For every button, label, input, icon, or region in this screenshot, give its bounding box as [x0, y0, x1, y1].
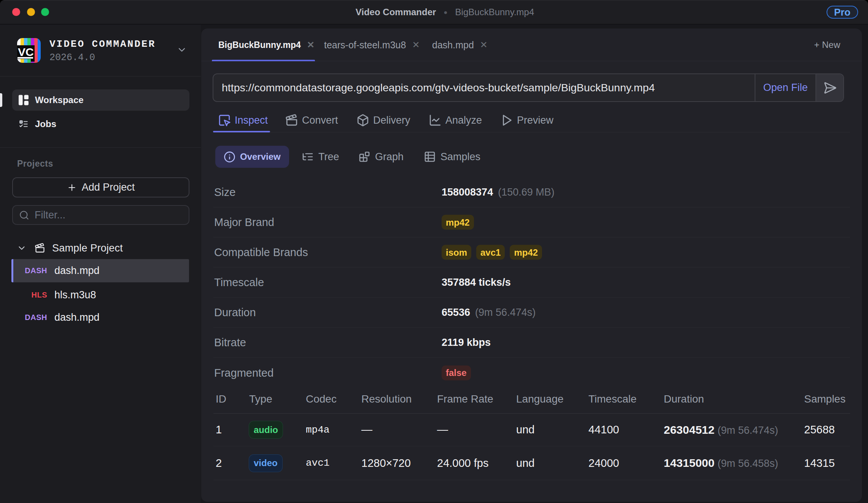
- svg-text:VC: VC: [18, 46, 34, 58]
